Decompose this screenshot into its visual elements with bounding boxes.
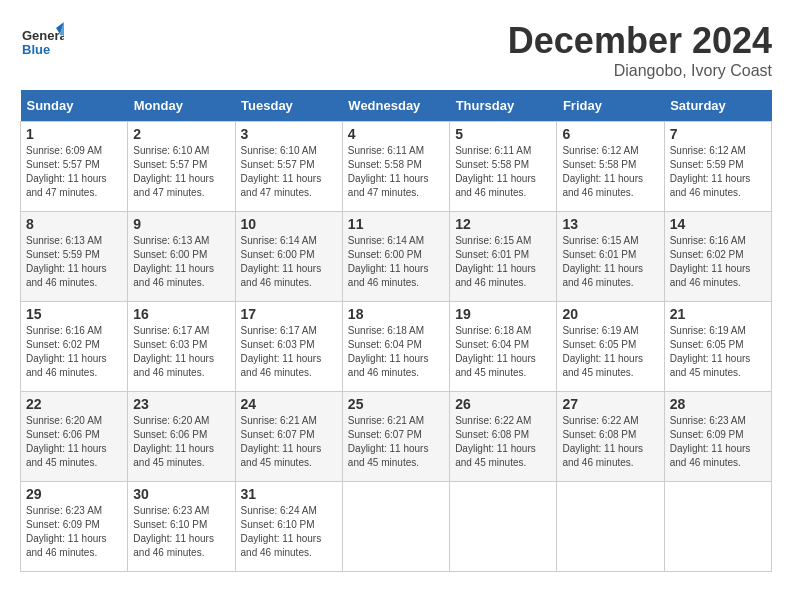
day-number: 23 (133, 396, 229, 412)
day-number: 24 (241, 396, 337, 412)
week-row-3: 15 Sunrise: 6:16 AM Sunset: 6:02 PM Dayl… (21, 302, 772, 392)
day-info: Sunrise: 6:24 AM Sunset: 6:10 PM Dayligh… (241, 504, 337, 560)
day-info: Sunrise: 6:10 AM Sunset: 5:57 PM Dayligh… (241, 144, 337, 200)
day-info: Sunrise: 6:10 AM Sunset: 5:57 PM Dayligh… (133, 144, 229, 200)
day-number: 25 (348, 396, 444, 412)
day-number: 6 (562, 126, 658, 142)
day-number: 30 (133, 486, 229, 502)
calendar-cell: 15 Sunrise: 6:16 AM Sunset: 6:02 PM Dayl… (21, 302, 128, 392)
day-number: 21 (670, 306, 766, 322)
day-info: Sunrise: 6:23 AM Sunset: 6:09 PM Dayligh… (26, 504, 122, 560)
calendar-cell: 21 Sunrise: 6:19 AM Sunset: 6:05 PM Dayl… (664, 302, 771, 392)
calendar-cell: 16 Sunrise: 6:17 AM Sunset: 6:03 PM Dayl… (128, 302, 235, 392)
calendar-table: Sunday Monday Tuesday Wednesday Thursday… (20, 90, 772, 572)
logo-icon: General Blue (20, 20, 64, 64)
calendar-cell: 3 Sunrise: 6:10 AM Sunset: 5:57 PM Dayli… (235, 122, 342, 212)
calendar-cell: 9 Sunrise: 6:13 AM Sunset: 6:00 PM Dayli… (128, 212, 235, 302)
col-header-wednesday: Wednesday (342, 90, 449, 122)
calendar-cell: 7 Sunrise: 6:12 AM Sunset: 5:59 PM Dayli… (664, 122, 771, 212)
calendar-cell: 12 Sunrise: 6:15 AM Sunset: 6:01 PM Dayl… (450, 212, 557, 302)
day-info: Sunrise: 6:21 AM Sunset: 6:07 PM Dayligh… (348, 414, 444, 470)
day-info: Sunrise: 6:23 AM Sunset: 6:09 PM Dayligh… (670, 414, 766, 470)
day-info: Sunrise: 6:20 AM Sunset: 6:06 PM Dayligh… (26, 414, 122, 470)
svg-text:Blue: Blue (22, 42, 50, 57)
calendar-cell: 4 Sunrise: 6:11 AM Sunset: 5:58 PM Dayli… (342, 122, 449, 212)
day-number: 1 (26, 126, 122, 142)
day-number: 17 (241, 306, 337, 322)
calendar-cell: 10 Sunrise: 6:14 AM Sunset: 6:00 PM Dayl… (235, 212, 342, 302)
day-info: Sunrise: 6:21 AM Sunset: 6:07 PM Dayligh… (241, 414, 337, 470)
page-header: General Blue December 2024 Diangobo, Ivo… (20, 20, 772, 80)
calendar-cell: 5 Sunrise: 6:11 AM Sunset: 5:58 PM Dayli… (450, 122, 557, 212)
col-header-monday: Monday (128, 90, 235, 122)
day-info: Sunrise: 6:14 AM Sunset: 6:00 PM Dayligh… (348, 234, 444, 290)
day-number: 29 (26, 486, 122, 502)
day-info: Sunrise: 6:16 AM Sunset: 6:02 PM Dayligh… (26, 324, 122, 380)
calendar-cell: 24 Sunrise: 6:21 AM Sunset: 6:07 PM Dayl… (235, 392, 342, 482)
title-area: December 2024 Diangobo, Ivory Coast (508, 20, 772, 80)
day-info: Sunrise: 6:16 AM Sunset: 6:02 PM Dayligh… (670, 234, 766, 290)
calendar-cell: 14 Sunrise: 6:16 AM Sunset: 6:02 PM Dayl… (664, 212, 771, 302)
calendar-cell: 26 Sunrise: 6:22 AM Sunset: 6:08 PM Dayl… (450, 392, 557, 482)
calendar-cell: 13 Sunrise: 6:15 AM Sunset: 6:01 PM Dayl… (557, 212, 664, 302)
calendar-cell: 2 Sunrise: 6:10 AM Sunset: 5:57 PM Dayli… (128, 122, 235, 212)
calendar-cell (557, 482, 664, 572)
day-info: Sunrise: 6:12 AM Sunset: 5:59 PM Dayligh… (670, 144, 766, 200)
day-number: 3 (241, 126, 337, 142)
day-info: Sunrise: 6:11 AM Sunset: 5:58 PM Dayligh… (455, 144, 551, 200)
day-number: 28 (670, 396, 766, 412)
day-info: Sunrise: 6:18 AM Sunset: 6:04 PM Dayligh… (455, 324, 551, 380)
week-row-2: 8 Sunrise: 6:13 AM Sunset: 5:59 PM Dayli… (21, 212, 772, 302)
day-number: 18 (348, 306, 444, 322)
day-info: Sunrise: 6:20 AM Sunset: 6:06 PM Dayligh… (133, 414, 229, 470)
day-info: Sunrise: 6:13 AM Sunset: 6:00 PM Dayligh… (133, 234, 229, 290)
day-info: Sunrise: 6:15 AM Sunset: 6:01 PM Dayligh… (455, 234, 551, 290)
day-info: Sunrise: 6:23 AM Sunset: 6:10 PM Dayligh… (133, 504, 229, 560)
calendar-cell: 29 Sunrise: 6:23 AM Sunset: 6:09 PM Dayl… (21, 482, 128, 572)
calendar-cell: 19 Sunrise: 6:18 AM Sunset: 6:04 PM Dayl… (450, 302, 557, 392)
calendar-cell: 1 Sunrise: 6:09 AM Sunset: 5:57 PM Dayli… (21, 122, 128, 212)
day-info: Sunrise: 6:09 AM Sunset: 5:57 PM Dayligh… (26, 144, 122, 200)
day-info: Sunrise: 6:11 AM Sunset: 5:58 PM Dayligh… (348, 144, 444, 200)
calendar-cell (450, 482, 557, 572)
calendar-cell: 31 Sunrise: 6:24 AM Sunset: 6:10 PM Dayl… (235, 482, 342, 572)
calendar-cell: 25 Sunrise: 6:21 AM Sunset: 6:07 PM Dayl… (342, 392, 449, 482)
day-info: Sunrise: 6:14 AM Sunset: 6:00 PM Dayligh… (241, 234, 337, 290)
subtitle: Diangobo, Ivory Coast (508, 62, 772, 80)
col-header-sunday: Sunday (21, 90, 128, 122)
day-info: Sunrise: 6:17 AM Sunset: 6:03 PM Dayligh… (133, 324, 229, 380)
calendar-cell: 8 Sunrise: 6:13 AM Sunset: 5:59 PM Dayli… (21, 212, 128, 302)
day-info: Sunrise: 6:15 AM Sunset: 6:01 PM Dayligh… (562, 234, 658, 290)
day-number: 9 (133, 216, 229, 232)
day-info: Sunrise: 6:13 AM Sunset: 5:59 PM Dayligh… (26, 234, 122, 290)
calendar-cell: 11 Sunrise: 6:14 AM Sunset: 6:00 PM Dayl… (342, 212, 449, 302)
calendar-cell: 18 Sunrise: 6:18 AM Sunset: 6:04 PM Dayl… (342, 302, 449, 392)
logo: General Blue (20, 20, 64, 64)
day-number: 11 (348, 216, 444, 232)
day-number: 4 (348, 126, 444, 142)
calendar-cell: 23 Sunrise: 6:20 AM Sunset: 6:06 PM Dayl… (128, 392, 235, 482)
col-header-saturday: Saturday (664, 90, 771, 122)
day-info: Sunrise: 6:22 AM Sunset: 6:08 PM Dayligh… (455, 414, 551, 470)
calendar-cell: 28 Sunrise: 6:23 AM Sunset: 6:09 PM Dayl… (664, 392, 771, 482)
day-info: Sunrise: 6:17 AM Sunset: 6:03 PM Dayligh… (241, 324, 337, 380)
day-number: 15 (26, 306, 122, 322)
day-number: 20 (562, 306, 658, 322)
day-number: 19 (455, 306, 551, 322)
week-row-1: 1 Sunrise: 6:09 AM Sunset: 5:57 PM Dayli… (21, 122, 772, 212)
day-number: 22 (26, 396, 122, 412)
calendar-cell: 27 Sunrise: 6:22 AM Sunset: 6:08 PM Dayl… (557, 392, 664, 482)
calendar-cell: 17 Sunrise: 6:17 AM Sunset: 6:03 PM Dayl… (235, 302, 342, 392)
day-number: 7 (670, 126, 766, 142)
calendar-header-row: Sunday Monday Tuesday Wednesday Thursday… (21, 90, 772, 122)
calendar-cell: 6 Sunrise: 6:12 AM Sunset: 5:58 PM Dayli… (557, 122, 664, 212)
day-info: Sunrise: 6:18 AM Sunset: 6:04 PM Dayligh… (348, 324, 444, 380)
day-number: 2 (133, 126, 229, 142)
day-info: Sunrise: 6:19 AM Sunset: 6:05 PM Dayligh… (670, 324, 766, 380)
calendar-cell (664, 482, 771, 572)
col-header-friday: Friday (557, 90, 664, 122)
day-number: 27 (562, 396, 658, 412)
main-title: December 2024 (508, 20, 772, 62)
day-number: 16 (133, 306, 229, 322)
week-row-4: 22 Sunrise: 6:20 AM Sunset: 6:06 PM Dayl… (21, 392, 772, 482)
